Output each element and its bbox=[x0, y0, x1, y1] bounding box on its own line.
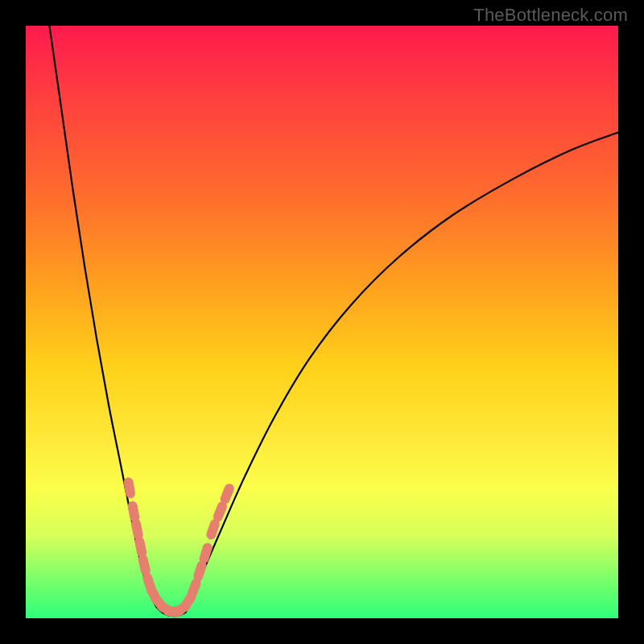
marker-bead bbox=[198, 566, 201, 576]
marker-bead bbox=[136, 524, 138, 535]
marker-bead bbox=[211, 524, 215, 535]
marker-bead bbox=[225, 489, 229, 499]
marker-bead bbox=[129, 482, 130, 493]
chart-svg bbox=[26, 26, 618, 618]
marker-bead bbox=[218, 506, 222, 517]
marker-bead bbox=[192, 584, 196, 594]
marker-bead bbox=[133, 506, 135, 518]
watermark-text: TheBottleneck.com bbox=[473, 5, 628, 26]
marker-bead bbox=[204, 547, 208, 558]
curve-left-branch bbox=[49, 26, 162, 613]
marker-bead bbox=[143, 559, 146, 571]
marker-bead bbox=[139, 542, 142, 553]
curve-right-branch bbox=[186, 133, 618, 613]
chart-frame: TheBottleneck.com bbox=[0, 0, 644, 644]
chart-plot-area bbox=[26, 26, 618, 618]
